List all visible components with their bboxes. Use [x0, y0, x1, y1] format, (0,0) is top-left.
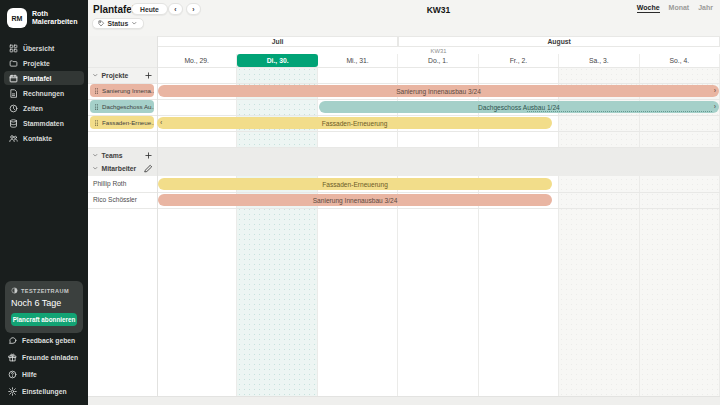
grid-line — [88, 99, 720, 100]
add-team-button[interactable] — [144, 151, 153, 160]
day-header-3[interactable]: Do., 1. — [398, 54, 478, 67]
day-header-2[interactable]: Mi., 31. — [318, 54, 398, 67]
grid-line — [88, 67, 720, 68]
today-button[interactable]: Heute — [131, 3, 168, 15]
day-column-5 — [559, 67, 639, 396]
sidebar-footer-item-freunde[interactable]: Freunde einladen — [0, 349, 88, 366]
project-chip-label: Fassaden-Erneue... — [102, 119, 154, 126]
edit-employees-button[interactable] — [144, 164, 153, 173]
schedule-bar[interactable]: Sanierung Innenausbau 3/24› — [158, 85, 719, 97]
employee-row: Phillip Roth — [88, 176, 157, 192]
sidebar-item-projekte[interactable]: Projekte — [4, 56, 84, 70]
grid-line — [88, 192, 720, 193]
view-tab-monat[interactable]: Monat — [669, 4, 690, 13]
chevron-down-icon[interactable] — [92, 165, 99, 172]
view-switcher: WocheMonatJahr — [637, 4, 713, 13]
bar-label: Sanierung Innenausbau 3/24 — [396, 88, 481, 95]
view-tab-jahr[interactable]: Jahr — [698, 4, 713, 13]
gift-icon — [8, 353, 17, 362]
day-header-6[interactable]: So., 4. — [640, 54, 720, 67]
workspace-header[interactable]: RM Roth Malerarbeiten — [0, 0, 88, 34]
projects-section-label: Projekte — [102, 72, 129, 79]
trial-badge-label: TESTZEITRAUM — [21, 288, 69, 294]
project-chip[interactable]: Sanierung Innena... — [90, 84, 154, 97]
bar-label: Fassaden-Erneuerung — [322, 181, 388, 188]
chevron-down-icon[interactable] — [92, 152, 99, 159]
invoice-icon — [9, 89, 18, 98]
schedule-bar[interactable]: Fassaden-Erneuerung‹ — [157, 117, 552, 129]
sidebar-footer-item-einstellungen[interactable]: Einstellungen — [0, 383, 88, 400]
sidebar-item-rechnungen[interactable]: Rechnungen — [4, 86, 84, 100]
app-window: Plantafel Heute ‹ › KW31 WocheMonatJahr … — [0, 0, 720, 405]
grid-line — [88, 131, 720, 132]
trial-badge: TESTZEITRAUM — [11, 287, 77, 294]
sidebar-footer-item-hilfe[interactable]: Hilfe — [0, 366, 88, 383]
day-header-1[interactable]: Di., 30. — [237, 54, 317, 67]
day-column-6 — [640, 67, 720, 396]
folder-icon — [9, 59, 18, 68]
project-chip[interactable]: Dachgeschoss Au... — [90, 100, 154, 113]
subscribe-button[interactable]: Plancraft abonnieren — [11, 313, 77, 326]
status-filter-button[interactable]: Status — [92, 18, 144, 29]
sidebar-item-label: Projekte — [23, 60, 50, 67]
day-header-4[interactable]: Fr., 2. — [479, 54, 559, 67]
feedback-icon — [8, 336, 17, 345]
continues-right-icon: › — [714, 103, 716, 110]
sidebar-item-zeiten[interactable]: Zeiten — [4, 101, 84, 115]
page-title: Plantafel — [93, 4, 135, 15]
schedule-bar[interactable]: Sanierung Innenausbau 3/24 — [158, 194, 552, 206]
grid-line — [88, 208, 720, 209]
prev-week-button[interactable]: ‹ — [168, 3, 183, 15]
day-header-0[interactable]: Mo., 29. — [157, 54, 237, 67]
main-area: Plantafel Heute ‹ › KW31 WocheMonatJahr … — [88, 0, 720, 405]
sidebar-item-kontakte[interactable]: Kontakte — [4, 131, 84, 145]
sidebar: RM Roth Malerarbeiten ÜbersichtProjekteP… — [0, 0, 88, 405]
employees-section-label: Mitarbeiter — [102, 165, 137, 172]
project-chip-label: Dachgeschoss Au... — [102, 103, 154, 110]
next-week-button[interactable]: › — [186, 3, 201, 15]
schedule-board: JuliAugustMo., 29.Di., 30.Mi., 31.Do., 1… — [88, 0, 720, 405]
sidebar-footer: Feedback gebenFreunde einladenHilfeEinst… — [0, 332, 88, 400]
drag-handle-icon — [94, 119, 99, 127]
trial-box: TESTZEITRAUM Noch 6 Tage Plancraft abonn… — [5, 281, 83, 333]
sidebar-footer-label: Einstellungen — [22, 388, 67, 395]
status-filter-label: Status — [108, 20, 129, 27]
sidebar-footer-item-feedback[interactable]: Feedback geben — [0, 332, 88, 349]
bar-label: Sanierung Innenausbau 3/24 — [313, 197, 398, 204]
sidebar-item-label: Stammdaten — [23, 120, 64, 127]
sidebar-item-label: Zeiten — [23, 105, 43, 112]
month-header: Juli — [157, 36, 398, 47]
bar-label: Fassaden-Erneuerung — [322, 120, 388, 127]
settings-icon — [8, 387, 17, 396]
schedule-bar[interactable]: Dachgeschoss Ausbau 1/24› — [319, 101, 719, 113]
sidebar-footer-label: Freunde einladen — [22, 354, 78, 361]
horizontal-scrollbar[interactable] — [88, 396, 720, 405]
database-icon — [9, 119, 18, 128]
teams-section-header: Teams — [88, 149, 157, 162]
sidebar-item-plantafel[interactable]: Plantafel — [4, 71, 84, 85]
tag-icon — [98, 20, 105, 27]
grid-line — [88, 147, 720, 148]
continues-right-icon: › — [714, 87, 716, 94]
project-chip[interactable]: Fassaden-Erneue... — [90, 116, 154, 129]
drag-handle-icon — [94, 87, 99, 95]
sidebar-item-label: Kontakte — [23, 135, 52, 142]
bar-label: Dachgeschoss Ausbau 1/24 — [478, 104, 560, 111]
grid-line — [88, 115, 720, 116]
schedule-bar[interactable]: Fassaden-Erneuerung — [158, 178, 552, 190]
people-icon — [9, 134, 18, 143]
chevron-down-icon[interactable] — [92, 72, 99, 79]
view-tab-woche[interactable]: Woche — [637, 4, 660, 13]
sidebar-item-label: Plantafel — [23, 75, 51, 82]
sidebar-footer-label: Hilfe — [22, 371, 37, 378]
trial-clock-icon — [11, 287, 18, 294]
grid-icon — [9, 44, 18, 53]
sidebar-item-stammdaten[interactable]: Stammdaten — [4, 116, 84, 130]
employees-section-header: Mitarbeiter — [88, 162, 157, 175]
grid-line — [88, 83, 720, 84]
add-project-button[interactable] — [144, 71, 153, 80]
sidebar-item-uebersicht[interactable]: Übersicht — [4, 41, 84, 55]
day-header-5[interactable]: Sa., 3. — [559, 54, 639, 67]
employee-row: Rico Schössler — [88, 192, 157, 208]
projects-section-header: Projekte — [88, 69, 157, 82]
